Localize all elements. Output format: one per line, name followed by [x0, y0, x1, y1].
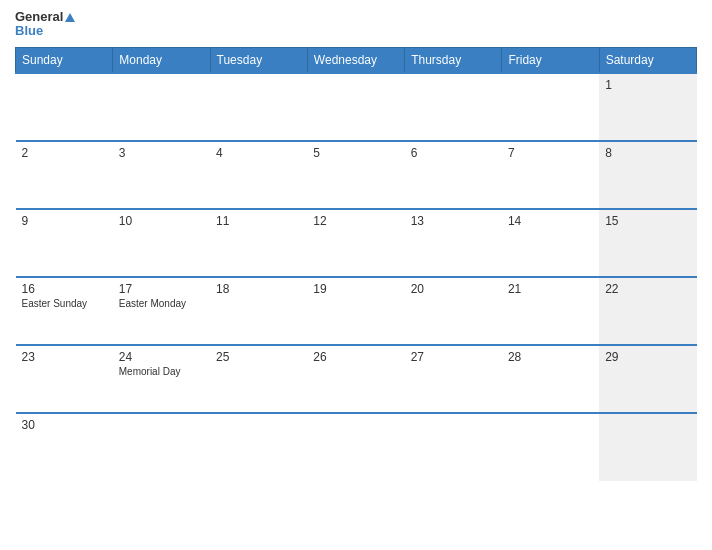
day-number: 30 [22, 418, 107, 432]
calendar-cell: 20 [405, 277, 502, 345]
calendar-cell: 16Easter Sunday [16, 277, 113, 345]
calendar-cell [210, 413, 307, 481]
day-number: 2 [22, 146, 107, 160]
day-number: 24 [119, 350, 204, 364]
day-number: 22 [605, 282, 690, 296]
calendar-cell: 24Memorial Day [113, 345, 210, 413]
calendar-cell [405, 73, 502, 141]
calendar-week-row: 2345678 [16, 141, 697, 209]
day-number: 25 [216, 350, 301, 364]
day-number: 10 [119, 214, 204, 228]
calendar-cell [16, 73, 113, 141]
calendar-cell: 9 [16, 209, 113, 277]
calendar-cell: 2 [16, 141, 113, 209]
calendar-cell: 6 [405, 141, 502, 209]
calendar-cell [210, 73, 307, 141]
day-number: 23 [22, 350, 107, 364]
calendar-cell: 7 [502, 141, 599, 209]
calendar-page: General Blue SundayMondayTuesdayWednesda… [0, 0, 712, 550]
day-number: 19 [313, 282, 398, 296]
calendar-cell: 18 [210, 277, 307, 345]
day-number: 9 [22, 214, 107, 228]
day-number: 15 [605, 214, 690, 228]
calendar-grid: SundayMondayTuesdayWednesdayThursdayFrid… [15, 47, 697, 481]
holiday-label: Easter Monday [119, 298, 204, 309]
weekday-header-wednesday: Wednesday [307, 47, 404, 73]
day-number: 28 [508, 350, 593, 364]
calendar-cell [307, 73, 404, 141]
weekday-header-sunday: Sunday [16, 47, 113, 73]
calendar-cell [502, 73, 599, 141]
calendar-week-row: 1 [16, 73, 697, 141]
calendar-cell: 11 [210, 209, 307, 277]
calendar-cell: 22 [599, 277, 696, 345]
day-number: 7 [508, 146, 593, 160]
calendar-cell: 1 [599, 73, 696, 141]
calendar-cell: 19 [307, 277, 404, 345]
logo-blue-text: Blue [15, 24, 75, 38]
calendar-cell: 8 [599, 141, 696, 209]
calendar-cell [502, 413, 599, 481]
calendar-cell: 30 [16, 413, 113, 481]
calendar-cell: 23 [16, 345, 113, 413]
logo-triangle-icon [65, 13, 75, 22]
calendar-cell: 29 [599, 345, 696, 413]
day-number: 17 [119, 282, 204, 296]
calendar-cell: 3 [113, 141, 210, 209]
logo: General Blue [15, 10, 75, 39]
calendar-cell: 5 [307, 141, 404, 209]
day-number: 20 [411, 282, 496, 296]
day-number: 21 [508, 282, 593, 296]
calendar-cell: 28 [502, 345, 599, 413]
calendar-cell [307, 413, 404, 481]
calendar-week-row: 2324Memorial Day2526272829 [16, 345, 697, 413]
weekday-header-friday: Friday [502, 47, 599, 73]
calendar-cell: 13 [405, 209, 502, 277]
weekday-header-monday: Monday [113, 47, 210, 73]
calendar-cell: 27 [405, 345, 502, 413]
day-number: 16 [22, 282, 107, 296]
calendar-cell: 21 [502, 277, 599, 345]
calendar-cell: 10 [113, 209, 210, 277]
day-number: 11 [216, 214, 301, 228]
day-number: 5 [313, 146, 398, 160]
calendar-week-row: 30 [16, 413, 697, 481]
calendar-cell: 25 [210, 345, 307, 413]
calendar-cell [113, 413, 210, 481]
day-number: 1 [605, 78, 690, 92]
calendar-week-row: 16Easter Sunday17Easter Monday1819202122 [16, 277, 697, 345]
day-number: 27 [411, 350, 496, 364]
calendar-cell: 17Easter Monday [113, 277, 210, 345]
weekday-header-tuesday: Tuesday [210, 47, 307, 73]
calendar-week-row: 9101112131415 [16, 209, 697, 277]
weekday-header-saturday: Saturday [599, 47, 696, 73]
calendar-cell: 12 [307, 209, 404, 277]
calendar-cell: 4 [210, 141, 307, 209]
day-number: 14 [508, 214, 593, 228]
day-number: 29 [605, 350, 690, 364]
weekday-header-row: SundayMondayTuesdayWednesdayThursdayFrid… [16, 47, 697, 73]
day-number: 6 [411, 146, 496, 160]
day-number: 26 [313, 350, 398, 364]
calendar-cell: 14 [502, 209, 599, 277]
holiday-label: Memorial Day [119, 366, 204, 377]
day-number: 18 [216, 282, 301, 296]
calendar-cell: 26 [307, 345, 404, 413]
header: General Blue [15, 10, 697, 39]
day-number: 8 [605, 146, 690, 160]
holiday-label: Easter Sunday [22, 298, 107, 309]
calendar-cell [599, 413, 696, 481]
calendar-cell: 15 [599, 209, 696, 277]
calendar-cell [405, 413, 502, 481]
day-number: 13 [411, 214, 496, 228]
day-number: 4 [216, 146, 301, 160]
day-number: 3 [119, 146, 204, 160]
weekday-header-thursday: Thursday [405, 47, 502, 73]
logo-general-text: General [15, 10, 63, 24]
calendar-cell [113, 73, 210, 141]
day-number: 12 [313, 214, 398, 228]
